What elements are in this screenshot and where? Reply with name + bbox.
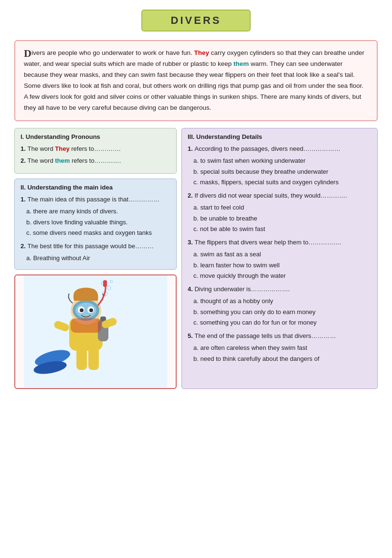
detail-q3-a: a. swim as fast as a seal — [193, 250, 371, 259]
section-main-idea-title: II. Understanding the main idea — [21, 184, 170, 191]
q2-1-option-a: a. there are many kinds of divers. — [26, 207, 170, 216]
q2-num: 2. — [21, 157, 27, 164]
q2-1-text: The main idea of this passage is that………… — [27, 196, 159, 203]
diver-illustration — [14, 274, 177, 389]
page-title: DIVERS — [141, 10, 251, 32]
q1-text: The word — [27, 145, 55, 152]
detail-q2-b: b. be unable to breathe — [193, 214, 371, 223]
section-details: III. Understanding Details 1. According … — [181, 128, 378, 389]
detail-q2-a: a. start to feel cold — [193, 203, 371, 212]
q2-2-text: The best title for this passage would be… — [27, 242, 153, 250]
svg-rect-21 — [103, 280, 107, 287]
detail-q3-c: c. move quickly through the water — [193, 271, 371, 281]
q1-num: 1. — [21, 145, 27, 152]
q2-1-num: 1. — [21, 196, 27, 203]
passage-box: Divers are people who go underwater to w… — [14, 40, 378, 121]
detail-q5-text: The end of the passage tells us that div… — [194, 332, 336, 339]
question-1-1: 1. The word They refers to…………. — [21, 144, 170, 154]
detail-q3-b: b. learn faster how to swim well — [193, 261, 371, 270]
q2-rest: refers to…………. — [70, 157, 121, 164]
detail-q1-a: a. to swim fast when working underwater — [193, 156, 371, 166]
detail-q4-b: b. something you can only do to earn mon… — [193, 307, 371, 317]
svg-point-20 — [89, 308, 93, 312]
left-column: I. Understanding Pronouns 1. The word Th… — [14, 128, 177, 389]
q1-they: They — [55, 145, 69, 152]
q2-text: The word — [27, 157, 55, 164]
detail-q1: 1. According to the passages, divers nee… — [188, 144, 371, 154]
detail-q3: 3. The flippers that divers wear help th… — [188, 238, 371, 247]
pronoun-them: them — [233, 60, 249, 67]
section-details-title: III. Understanding Details — [188, 133, 371, 140]
detail-q3-text: The flippers that divers wear help them … — [194, 239, 341, 246]
big-d-letter: D — [24, 47, 32, 59]
section-pronouns-title: I. Understanding Pronouns — [21, 133, 170, 140]
detail-q4-c: c. something you can do for fun or for m… — [193, 318, 371, 327]
question-1-2: 2. The word them refers to…………. — [21, 156, 170, 166]
detail-q4-text: Diving underwater is………………. — [194, 285, 289, 293]
pronoun-they: They — [194, 49, 210, 56]
q1-rest: refers to…………. — [70, 145, 121, 152]
passage-text-3: warm. They can see underwater because th… — [24, 60, 363, 111]
svg-rect-22 — [71, 318, 101, 333]
detail-q4-a: a. thought of as a hobby only — [193, 296, 371, 306]
title-section: DIVERS — [14, 10, 378, 32]
section-main-idea: II. Understanding the main idea 1. The m… — [14, 179, 177, 270]
main-columns: I. Understanding Pronouns 1. The word Th… — [14, 128, 378, 389]
diver-svg — [24, 274, 167, 389]
detail-q5-b: b. need to think carefully about the dan… — [193, 354, 371, 364]
detail-q2: 2. If divers did not wear special suits,… — [188, 191, 371, 200]
detail-q2-text: If divers did not wear special suits, th… — [194, 192, 347, 199]
right-column: III. Understanding Details 1. According … — [181, 128, 378, 389]
passage-text-1: ivers are people who go underwater to wo… — [32, 49, 194, 56]
detail-q4: 4. Diving underwater is………………. — [188, 284, 371, 294]
question-2-1: 1. The main idea of this passage is that… — [21, 195, 170, 204]
question-2-2: 2. The best title for this passage would… — [21, 242, 170, 251]
q2-1-option-c: c. some divers need masks and oxygen tan… — [26, 228, 170, 238]
svg-point-19 — [80, 308, 84, 312]
detail-q1-c: c. masks, flippers, special suits and ox… — [193, 178, 371, 187]
detail-q5: 5. The end of the passage tells us that … — [188, 331, 371, 341]
detail-q1-b: b. special suits because they breathe un… — [193, 167, 371, 177]
detail-q1-text: According to the passages, divers need……… — [194, 145, 340, 152]
q2-2-option-a: a. Breathing without Air — [26, 253, 170, 263]
q2-2-num: 2. — [21, 242, 27, 250]
section-pronouns: I. Understanding Pronouns 1. The word Th… — [14, 128, 177, 174]
q2-them: them — [55, 157, 70, 164]
detail-q5-a: a. are often careless when they swim fas… — [193, 343, 371, 353]
q2-1-option-b: b. divers love finding valuable things. — [26, 218, 170, 227]
detail-q2-c: c. not be able to swim fast — [193, 224, 371, 234]
